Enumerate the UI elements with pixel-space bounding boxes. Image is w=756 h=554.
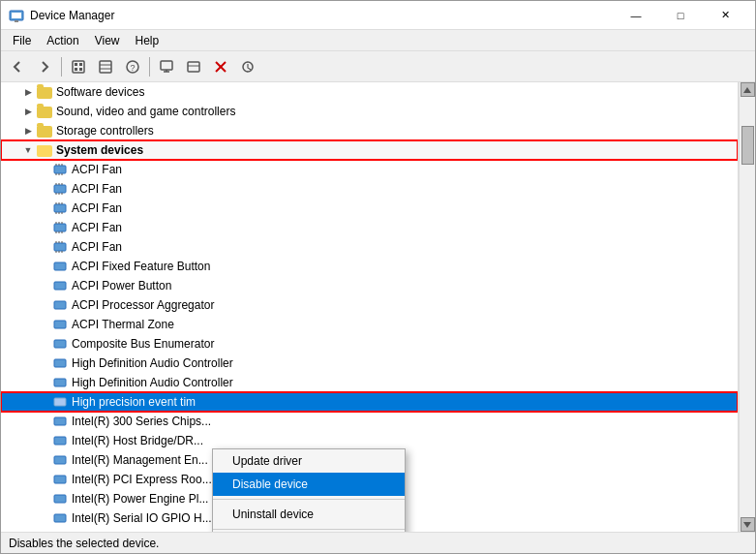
status-text: Disables the selected device. xyxy=(9,537,159,550)
tree-item-acpi-power[interactable]: ACPI Power Button xyxy=(1,276,738,295)
ctx-disable-device[interactable]: Disable device xyxy=(213,473,405,496)
maximize-button[interactable]: □ xyxy=(658,1,703,30)
svg-rect-4 xyxy=(75,63,77,66)
no-expand xyxy=(36,259,51,274)
no-expand xyxy=(36,433,51,448)
help-button[interactable]: ? xyxy=(120,54,145,79)
svg-rect-57 xyxy=(54,282,66,290)
svg-rect-6 xyxy=(75,68,77,71)
scroll-thumb[interactable] xyxy=(741,126,754,165)
toolbar-btn4[interactable] xyxy=(93,54,118,79)
ctx-uninstall-device[interactable]: Uninstall device xyxy=(213,503,405,526)
tree-item-label: ACPI Fan xyxy=(72,201,738,215)
tree-item-label: ACPI Thermal Zone xyxy=(72,318,738,331)
scroll-up-button[interactable] xyxy=(741,82,755,97)
ctx-update-driver[interactable]: Update driver xyxy=(213,449,405,473)
chip-icon xyxy=(51,472,69,487)
svg-rect-67 xyxy=(54,476,66,483)
expand-icon[interactable]: ▶ xyxy=(20,84,36,100)
tree-item-system-devices[interactable]: ▼ System devices xyxy=(1,140,738,160)
title-bar-left: Device Manager xyxy=(9,8,114,23)
tree-item-intel-300[interactable]: Intel(R) 300 Series Chips... xyxy=(1,412,738,431)
svg-rect-13 xyxy=(161,61,172,70)
menu-action[interactable]: Action xyxy=(39,32,86,49)
window-title: Device Manager xyxy=(30,9,114,22)
tree-item-acpi-thermal[interactable]: ACPI Thermal Zone xyxy=(1,315,738,334)
ctx-sep1 xyxy=(213,499,405,500)
svg-rect-5 xyxy=(79,63,82,66)
title-bar: Device Manager — □ ✕ xyxy=(1,1,755,30)
scan-button[interactable] xyxy=(235,54,260,79)
tree-item-composite-bus[interactable]: Composite Bus Enumerator xyxy=(1,334,738,354)
expand-icon[interactable]: ▼ xyxy=(20,142,36,158)
chip-icon xyxy=(51,200,69,216)
toolbar-btn7[interactable] xyxy=(181,54,206,79)
svg-rect-49 xyxy=(54,243,66,251)
folder-icon xyxy=(36,84,53,100)
folder-icon xyxy=(36,104,53,119)
toolbar-btn6[interactable] xyxy=(154,54,179,79)
tree-item-software-devices[interactable]: ▶ Software devices xyxy=(1,82,738,102)
device-manager-window: Device Manager — □ ✕ File Action View He… xyxy=(0,0,756,554)
chip-icon xyxy=(51,452,69,468)
tree-item-acpi-fixed[interactable]: ACPI Fixed Feature Button xyxy=(1,257,738,276)
tree-panel[interactable]: ▶ Software devices ▶ Sound, video and ga… xyxy=(1,82,739,532)
tree-item-acpi-fan5[interactable]: ACPI Fan xyxy=(1,237,738,257)
tree-item-label: High Definition Audio Controller xyxy=(72,356,738,370)
menu-help[interactable]: Help xyxy=(128,32,167,49)
tree-item-hd-audio1[interactable]: High Definition Audio Controller xyxy=(1,354,738,373)
tree-item-intel-host[interactable]: Intel(R) Host Bridge/DR... xyxy=(1,431,738,450)
chip-icon xyxy=(51,375,69,390)
tree-item-acpi-processor[interactable]: ACPI Processor Aggregator xyxy=(1,295,738,315)
chip-icon xyxy=(51,510,69,526)
toolbar-sep2 xyxy=(149,57,150,77)
tree-item-label: ACPI Fan xyxy=(72,221,738,234)
chip-icon xyxy=(51,278,69,293)
scroll-down-button[interactable] xyxy=(741,517,755,532)
expand-icon[interactable]: ▶ xyxy=(20,123,36,138)
tree-item-label: Intel(R) 300 Series Chips... xyxy=(72,415,738,428)
minimize-button[interactable]: — xyxy=(614,1,658,30)
chip-icon xyxy=(51,317,69,332)
no-expand xyxy=(36,472,51,487)
folder-icon xyxy=(36,123,53,138)
tree-item-acpi-fan1[interactable]: ACPI Fan xyxy=(1,160,738,179)
tree-item-label: ACPI Fan xyxy=(72,182,738,196)
forward-button[interactable] xyxy=(32,54,57,79)
no-expand xyxy=(36,491,51,507)
menu-file[interactable]: File xyxy=(5,32,39,49)
chip-icon xyxy=(51,220,69,235)
title-bar-controls: — □ ✕ xyxy=(614,1,747,30)
no-expand xyxy=(36,297,51,313)
no-expand xyxy=(36,239,51,255)
chip-icon xyxy=(51,414,69,429)
tree-item-hd-audio2[interactable]: High Definition Audio Controller xyxy=(1,373,738,392)
tree-item-label: System devices xyxy=(56,143,738,157)
close-button[interactable]: ✕ xyxy=(703,1,747,30)
scroll-track xyxy=(741,97,754,517)
no-expand xyxy=(36,510,51,526)
svg-text:?: ? xyxy=(130,63,135,73)
no-expand xyxy=(36,200,51,216)
menu-bar: File Action View Help xyxy=(1,30,755,51)
toolbar-btn3[interactable] xyxy=(66,54,91,79)
chip-icon xyxy=(51,297,69,313)
tree-item-acpi-fan2[interactable]: ACPI Fan xyxy=(1,179,738,199)
chip-icon xyxy=(51,162,69,177)
tree-item-acpi-fan3[interactable]: ACPI Fan xyxy=(1,199,738,218)
tree-item-storage-controllers[interactable]: ▶ Storage controllers xyxy=(1,121,738,140)
remove-button[interactable] xyxy=(208,54,233,79)
status-bar: Disables the selected device. xyxy=(1,532,755,553)
expand-icon[interactable]: ▶ xyxy=(20,104,36,119)
tree-item-sound-video[interactable]: ▶ Sound, video and game controllers xyxy=(1,102,738,121)
scrollbar[interactable] xyxy=(739,82,755,532)
chip-icon xyxy=(51,394,69,410)
tree-item-label: Storage controllers xyxy=(56,124,738,138)
svg-rect-7 xyxy=(79,68,82,71)
menu-view[interactable]: View xyxy=(87,32,128,49)
tree-item-label: ACPI Processor Aggregator xyxy=(72,298,738,312)
svg-rect-3 xyxy=(73,61,84,73)
tree-item-high-precision[interactable]: High precision event tim xyxy=(1,392,738,412)
tree-item-acpi-fan4[interactable]: ACPI Fan xyxy=(1,218,738,237)
back-button[interactable] xyxy=(5,54,30,79)
